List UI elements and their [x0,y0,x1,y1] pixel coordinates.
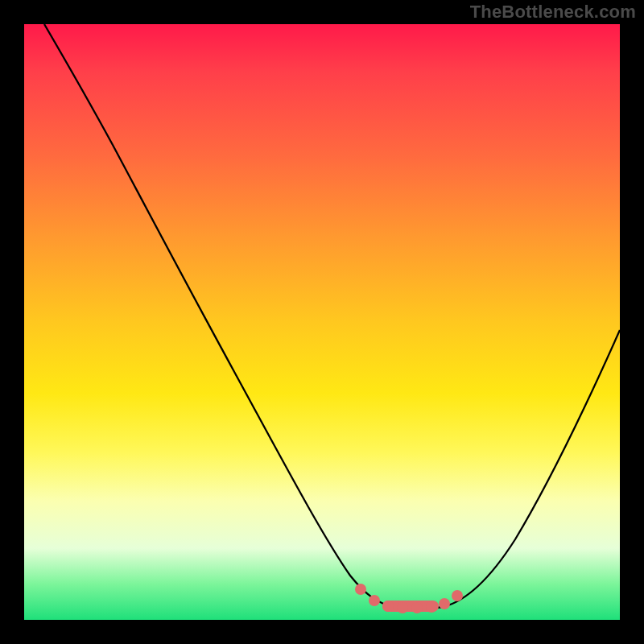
svg-rect-2 [382,601,439,612]
watermark-label: TheBottleneck.com [470,2,636,23]
svg-point-6 [426,601,437,613]
svg-point-8 [452,590,463,601]
bottleneck-curve-right [443,330,620,607]
bottleneck-curve-left [44,24,394,607]
svg-point-5 [411,602,423,613]
plot-area [24,24,620,620]
chart-svg [24,24,620,620]
optimal-band [355,584,463,613]
svg-point-0 [355,584,366,595]
chart-container: TheBottleneck.com [0,0,644,644]
svg-point-4 [397,602,408,613]
svg-point-3 [382,601,394,612]
svg-point-1 [369,595,380,606]
svg-point-7 [439,598,450,609]
bottleneck-curve-bottom [394,607,443,609]
